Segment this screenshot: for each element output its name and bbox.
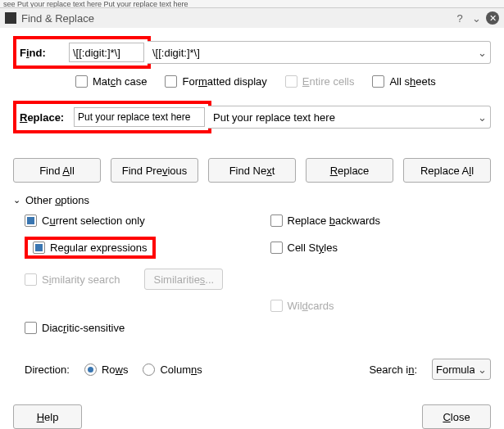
find-next-button[interactable]: Find Next — [208, 158, 296, 183]
other-options-grid: Current selection only Replace backwards… — [13, 214, 491, 334]
find-options-row: Match case Formatted display Entire cell… — [13, 75, 491, 88]
footer: Help Close — [0, 388, 504, 429]
action-buttons: Find All Find Previous Find Next Replace… — [13, 158, 491, 183]
find-row: Find: \[[:digit:]*\] ⌄ — [13, 36, 491, 69]
entire-cells-checkbox: Entire cells — [285, 75, 355, 88]
search-in-select[interactable]: Formulas ⌄ — [432, 359, 491, 380]
rows-radio[interactable]: Rows — [84, 364, 129, 376]
titlebar: Find & Replace ? ⌄ ✕ — [0, 8, 504, 28]
find-previous-button[interactable]: Find Previous — [111, 158, 198, 183]
search-in-label: Search in: — [369, 364, 417, 376]
replace-highlight: Replace: Put your replace text here — [13, 101, 211, 133]
replace-text-field[interactable] — [208, 111, 474, 124]
columns-radio[interactable]: Columns — [143, 364, 202, 376]
all-sheets-checkbox[interactable]: All sheets — [372, 75, 435, 88]
regular-expressions-checkbox[interactable]: Regular expressions — [33, 242, 148, 254]
wildcards-checkbox: Wildcards — [270, 300, 492, 312]
replace-row: Replace: Put your replace text here ⌄ — [13, 101, 491, 133]
replace-button[interactable]: Replace — [306, 158, 393, 183]
help-titlebar-button[interactable]: ? — [453, 11, 466, 25]
current-selection-checkbox[interactable]: Current selection only — [25, 214, 246, 227]
replace-label: Replace: — [20, 111, 70, 124]
similarities-button: Similarities... — [144, 269, 223, 290]
close-button[interactable]: Close — [422, 404, 491, 429]
cell-styles-checkbox[interactable]: Cell Styles — [270, 242, 492, 254]
chevron-down-icon: ⌄ — [478, 364, 487, 376]
find-input[interactable]: ⌄ — [148, 41, 491, 64]
replace-dropdown-icon[interactable]: ⌄ — [474, 111, 490, 124]
replace-value-box: Put your replace text here — [74, 107, 205, 127]
regex-highlight: Regular expressions — [25, 237, 156, 259]
match-case-checkbox[interactable]: Match case — [75, 75, 147, 88]
truncated-banner: see Put your replace text here Put your … — [0, 0, 504, 8]
find-value-box: \[[:digit:]*\] — [69, 43, 144, 62]
direction-label: Direction: — [25, 364, 70, 376]
similarity-search-checkbox: Similarity search — [25, 273, 120, 286]
find-highlight: Find: \[[:digit:]*\] — [13, 36, 151, 69]
app-icon — [5, 12, 16, 24]
window-title: Find & Replace — [21, 12, 450, 25]
replace-all-button[interactable]: Replace All — [403, 158, 491, 183]
close-icon[interactable]: ✕ — [486, 11, 499, 25]
find-all-button[interactable]: Find All — [13, 158, 101, 183]
find-dropdown-icon[interactable]: ⌄ — [474, 47, 490, 59]
find-text-field[interactable] — [148, 47, 474, 59]
diacritic-sensitive-checkbox[interactable]: Diacritic-sensitive — [25, 322, 246, 334]
chevron-down-icon: ⌄ — [13, 195, 20, 205]
replace-input[interactable]: ⌄ — [208, 106, 491, 129]
formatted-display-checkbox[interactable]: Formatted display — [165, 75, 266, 88]
find-label: Find: — [20, 47, 66, 59]
chevron-down-icon[interactable]: ⌄ — [470, 11, 483, 25]
other-options-toggle[interactable]: ⌄ Other options — [13, 194, 491, 206]
direction-row: Direction: Rows Columns Search in: Formu… — [13, 359, 491, 380]
replace-backwards-checkbox[interactable]: Replace backwards — [270, 214, 492, 227]
help-button[interactable]: Help — [13, 404, 82, 429]
